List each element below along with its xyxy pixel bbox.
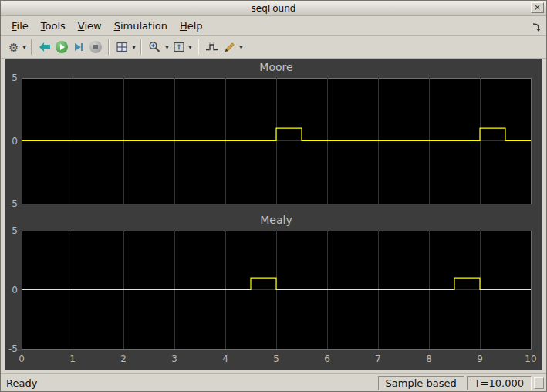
- layout-grid-icon: [116, 41, 128, 53]
- resize-grip[interactable]: [534, 377, 544, 389]
- play-triangle: [60, 44, 65, 50]
- stop-icon: [89, 41, 102, 53]
- zoom-button[interactable]: [146, 38, 164, 56]
- sim-time-badge: T=10.000: [467, 376, 532, 390]
- y-tick-label: -5: [8, 198, 18, 209]
- status-message: Ready: [6, 377, 376, 389]
- step-forward-button[interactable]: [70, 38, 87, 56]
- x-tick-label: 3: [171, 353, 177, 364]
- y-tick-label: 5: [12, 73, 18, 83]
- cursor-measurements-button[interactable]: [203, 38, 221, 56]
- step-forward-icon: [73, 41, 85, 53]
- scope-canvas[interactable]: Moore-505Mealy-505012345678910: [5, 59, 542, 370]
- stop-button[interactable]: [87, 38, 104, 56]
- toolbar-separator: [31, 39, 32, 55]
- measurements-dropdown[interactable]: ▾: [238, 38, 245, 56]
- gear-icon: ⚙: [8, 42, 19, 53]
- x-tick-label: 6: [324, 353, 330, 364]
- x-tick-label: 8: [426, 353, 432, 364]
- y-tick-label: 0: [12, 136, 18, 147]
- menu-view[interactable]: View: [72, 19, 108, 33]
- x-tick-label: 4: [222, 353, 228, 364]
- zoom-dropdown[interactable]: ▾: [164, 38, 170, 56]
- menubar: FileToolsViewSimulationHelp: [1, 16, 546, 35]
- back-arrow-icon: [39, 41, 51, 53]
- scope-panel: Moore-505Mealy-505012345678910: [5, 59, 542, 370]
- layout-dropdown[interactable]: ▾: [130, 38, 137, 56]
- cursor-measurements-icon: [205, 41, 219, 53]
- layout-button[interactable]: [113, 38, 130, 56]
- menu-help[interactable]: Help: [174, 19, 209, 33]
- undock-icon[interactable]: [532, 20, 541, 35]
- toolbar-separator: [198, 39, 199, 55]
- measurements-group: ▾: [221, 38, 245, 56]
- toolbar-separator: [140, 39, 142, 55]
- y-tick-label: 0: [12, 285, 18, 296]
- configuration-properties-dropdown[interactable]: ▾: [21, 38, 27, 56]
- configuration-properties-button[interactable]: ⚙: [6, 38, 21, 56]
- menu-file[interactable]: File: [5, 19, 35, 33]
- x-tick-label: 2: [120, 353, 127, 364]
- measurements-button[interactable]: [221, 38, 238, 56]
- chevron-down-icon: ▾: [240, 44, 243, 51]
- run-button[interactable]: [53, 38, 70, 56]
- plot-title-mealy: Mealy: [260, 214, 292, 226]
- toolbar-separator: [108, 39, 110, 55]
- y-tick-label: -5: [8, 343, 18, 354]
- scale-axes-group: ▾: [171, 38, 194, 56]
- menu-tools[interactable]: Tools: [35, 19, 72, 33]
- magnifier-icon: [148, 41, 161, 53]
- window-title: seqFound: [252, 3, 296, 14]
- chevron-down-icon: ▾: [165, 44, 168, 51]
- x-tick-label: 7: [375, 353, 381, 364]
- play-icon: [56, 41, 68, 53]
- zoom-group: ▾: [146, 38, 170, 56]
- sample-mode-badge: Sample based: [378, 376, 464, 390]
- toolbar: ⚙ ▾: [1, 35, 546, 59]
- scale-axes-button[interactable]: [171, 38, 187, 56]
- configuration-properties-group: ⚙ ▾: [6, 38, 27, 56]
- menu-items: FileToolsViewSimulationHelp: [5, 19, 209, 33]
- x-tick-label: 9: [477, 353, 483, 364]
- scale-axes-dropdown[interactable]: ▾: [187, 38, 194, 56]
- scope-area: Moore-505Mealy-505012345678910: [1, 59, 546, 373]
- chevron-down-icon: ▾: [189, 44, 192, 51]
- plot-title-moore: Moore: [259, 61, 292, 73]
- layout-group: ▾: [113, 38, 137, 56]
- pencil-icon: [224, 41, 236, 53]
- x-tick-label: 0: [19, 353, 25, 364]
- chevron-down-icon: ▾: [132, 44, 135, 51]
- scope-window: seqFound × FileToolsViewSimulationHelp ⚙…: [0, 0, 547, 392]
- y-tick-label: 5: [12, 225, 18, 236]
- x-tick-label: 1: [69, 353, 76, 364]
- x-tick-label: 10: [525, 353, 536, 364]
- statusbar: Ready Sample based T=10.000: [1, 373, 546, 391]
- autoscale-icon: [173, 41, 185, 53]
- chevron-down-icon: ▾: [22, 44, 25, 51]
- highlight-simulink-block-button[interactable]: [36, 38, 53, 56]
- menu-simulation[interactable]: Simulation: [108, 19, 174, 33]
- titlebar: seqFound ×: [1, 1, 546, 16]
- x-tick-label: 5: [273, 353, 279, 364]
- close-button[interactable]: ×: [531, 2, 544, 13]
- stop-square: [93, 45, 98, 49]
